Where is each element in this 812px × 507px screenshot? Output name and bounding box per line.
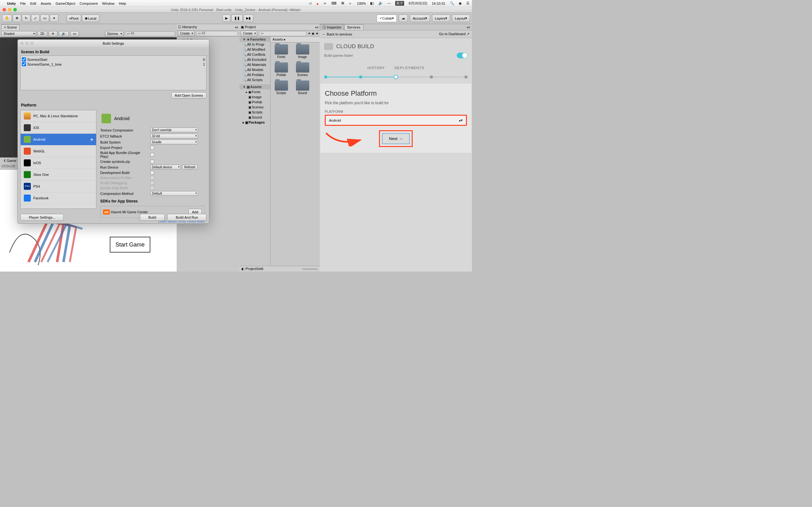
- command-icon[interactable]: ⌘: [341, 1, 345, 5]
- panel-menu-icon[interactable]: ▪≡: [465, 25, 472, 29]
- hierarchy-create[interactable]: Create: [178, 31, 194, 36]
- project-breadcrumb[interactable]: Assets ▸: [270, 37, 320, 43]
- warning-icon[interactable]: ▲: [316, 2, 319, 5]
- fav-item[interactable]: 🔍 All Modified: [240, 47, 270, 52]
- export-checkbox[interactable]: [150, 146, 154, 150]
- start-game-button[interactable]: Start Game: [110, 237, 150, 252]
- move-tool[interactable]: ✥: [13, 14, 21, 22]
- menu-component[interactable]: Component: [80, 2, 98, 5]
- add-open-scenes-button[interactable]: Add Open Scenes: [171, 92, 206, 99]
- folder-prefab[interactable]: Prefab: [272, 62, 290, 77]
- scenes-list[interactable]: Scenes/Start0 Scenes/Game_1_bow1: [20, 55, 206, 90]
- platform-ios[interactable]: iOS: [20, 122, 96, 134]
- menu-file[interactable]: File: [20, 2, 26, 5]
- fav-item[interactable]: 🔍 All In Progr: [240, 42, 270, 47]
- history-tab[interactable]: HISTORY: [367, 66, 385, 70]
- battery-icon[interactable]: ▮▯: [370, 1, 374, 5]
- go-to-dashboard[interactable]: Go to Dashboard ↗: [439, 32, 469, 36]
- pause-button[interactable]: ❚❚: [231, 14, 243, 22]
- inspector-tab[interactable]: ⓘ Inspector: [320, 24, 344, 31]
- asset-folder[interactable]: ▸ ▣ Fonts: [240, 89, 270, 95]
- transform-tool[interactable]: ✦: [50, 14, 58, 22]
- scene-row[interactable]: Scenes/Game_1_bow1: [22, 62, 205, 66]
- folder-image[interactable]: Image: [294, 44, 311, 59]
- texcomp-select[interactable]: Don't override: [150, 128, 198, 132]
- platform-dropdown[interactable]: Android▴▾: [325, 115, 467, 126]
- unity-tray-icon[interactable]: ◁: [309, 1, 311, 5]
- collab-dropdown[interactable]: ✓ Collab ▾: [376, 14, 397, 22]
- devbuild-checkbox[interactable]: [150, 171, 154, 175]
- play-button[interactable]: ▶: [222, 14, 231, 22]
- platform-webgl[interactable]: WebGL: [20, 146, 96, 157]
- folder-fonts[interactable]: Fonts: [272, 44, 290, 59]
- volume-icon[interactable]: 🔊: [378, 1, 383, 5]
- fav-item[interactable]: 🔍 All Conflicts: [240, 52, 270, 57]
- menu-assets[interactable]: Assets: [41, 2, 51, 5]
- symbols-checkbox[interactable]: [150, 160, 154, 164]
- build-and-run-button[interactable]: Build And Run: [167, 214, 206, 221]
- grid-size-slider[interactable]: [302, 268, 318, 270]
- project-search[interactable]: ᔕ: [258, 31, 307, 36]
- platform-standalone[interactable]: PC, Mac & Linux Standalone: [20, 110, 96, 122]
- scene-tab[interactable]: ⌗ Scene: [1, 24, 20, 30]
- step-button[interactable]: ▶▮: [243, 14, 253, 22]
- packages-header[interactable]: ▸ ▣ Packages: [240, 120, 270, 125]
- layers-dropdown[interactable]: Layers ▾: [432, 14, 450, 22]
- fav-item[interactable]: 🔍 All Materials: [240, 62, 270, 67]
- spotlight-icon[interactable]: 🔍: [450, 1, 454, 5]
- hierarchy-search[interactable]: ᔕ All: [196, 31, 238, 36]
- folder-scenes[interactable]: Scenes: [294, 62, 311, 77]
- zoom-window-icon[interactable]: [13, 8, 17, 11]
- etc-select[interactable]: 32-bit: [150, 134, 198, 138]
- filter-type-icon[interactable]: ◆: [312, 32, 314, 35]
- cloud-build-toggle[interactable]: [457, 53, 467, 58]
- compmethod-select[interactable]: Default: [150, 191, 198, 196]
- filter-icon[interactable]: ✦: [308, 32, 310, 35]
- cloud-icon[interactable]: ☁: [399, 14, 408, 22]
- account-dropdown[interactable]: Account ▾: [410, 14, 430, 22]
- traffic-lights[interactable]: [3, 8, 17, 11]
- close-window-icon[interactable]: [3, 8, 6, 11]
- panel-menu-icon[interactable]: ▪≡: [235, 25, 238, 29]
- pivot-toggle[interactable]: ▪ Pivot: [67, 14, 81, 22]
- asset-folder[interactable]: ▣ Image: [240, 95, 270, 100]
- graph-icon[interactable]: 〰: [387, 2, 391, 5]
- panel-menu-icon[interactable]: ▪≡: [315, 25, 318, 29]
- favorites-header[interactable]: ▼ ★ Favorites: [240, 37, 270, 42]
- save-search-icon[interactable]: ★: [316, 32, 318, 35]
- rect-tool[interactable]: ▭: [40, 14, 49, 22]
- project-create[interactable]: Create: [241, 31, 257, 36]
- notification-icon[interactable]: ☰: [466, 1, 469, 5]
- 2d-toggle[interactable]: 2D: [38, 31, 47, 37]
- menu-gameobject[interactable]: GameObject: [55, 2, 75, 5]
- buildsys-select[interactable]: Gradle: [150, 140, 198, 145]
- folder-sound[interactable]: Sound: [294, 80, 311, 95]
- platform-android[interactable]: Android⬘: [20, 134, 96, 146]
- fav-item[interactable]: 🔍 All Prefabs: [240, 72, 270, 77]
- wifi-icon[interactable]: ᯤ: [349, 2, 352, 5]
- asset-folder[interactable]: ▣ Sound: [240, 115, 270, 120]
- fav-item[interactable]: 🔍 All Excluded: [240, 57, 270, 62]
- ime-indicator[interactable]: 英字: [395, 1, 404, 6]
- refresh-button[interactable]: Refresh: [182, 165, 198, 170]
- minimize-window-icon[interactable]: [8, 8, 11, 11]
- asset-folder[interactable]: ▣ Prefab: [240, 100, 270, 105]
- light-toggle[interactable]: ☀: [49, 31, 57, 37]
- folder-scripts[interactable]: Scripts: [272, 80, 290, 95]
- platform-ps4[interactable]: PS4PS4: [20, 181, 96, 192]
- glasses-icon[interactable]: ᯣ: [323, 2, 327, 5]
- asset-folder[interactable]: ▣ Scripts: [240, 110, 270, 115]
- gizmos-dropdown[interactable]: Gizmos: [105, 31, 123, 37]
- local-toggle[interactable]: ◉ Local: [82, 14, 99, 22]
- rotate-tool[interactable]: ↻: [22, 14, 31, 22]
- keyboard-icon[interactable]: ⌨: [332, 1, 337, 5]
- app-name[interactable]: Unity: [7, 2, 16, 5]
- next-button[interactable]: Next →: [382, 133, 409, 144]
- assets-header[interactable]: ▼ ▣ Assets: [240, 84, 270, 89]
- build-button[interactable]: Build: [140, 214, 165, 221]
- menu-help[interactable]: Help: [119, 2, 126, 5]
- deployments-tab[interactable]: DEPLOYMENTS: [395, 66, 424, 70]
- rundev-select[interactable]: Default device: [150, 165, 181, 170]
- scene-checkbox[interactable]: [22, 57, 26, 61]
- scene-checkbox[interactable]: [22, 62, 26, 66]
